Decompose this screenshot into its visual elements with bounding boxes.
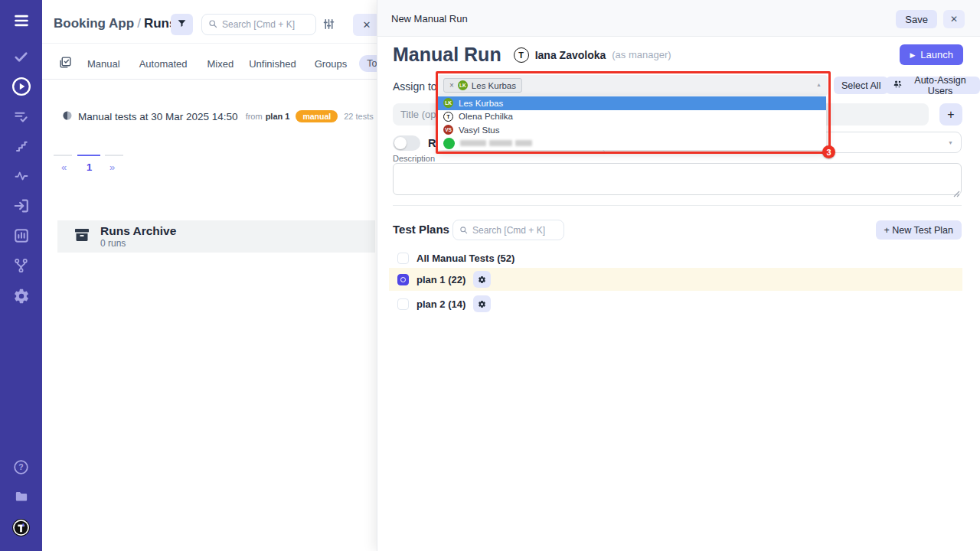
- run-type-badge: manual: [296, 110, 338, 122]
- checkbox-plan1[interactable]: [397, 274, 409, 285]
- plan-row-plan2[interactable]: plan 2 (14): [389, 292, 962, 315]
- dropdown-option-les-kurbas[interactable]: LK Les Kurbas: [437, 96, 826, 110]
- run-toggle[interactable]: [393, 135, 420, 151]
- plan-label[interactable]: plan 1 (22): [416, 274, 466, 285]
- runs-archive[interactable]: Runs Archive 0 runs: [57, 220, 375, 253]
- tab-unfinished[interactable]: Unfinished: [249, 58, 296, 70]
- list-check-icon[interactable]: [0, 109, 42, 124]
- tab-automated[interactable]: Automated: [139, 58, 188, 70]
- launch-button[interactable]: ▶ Launch: [900, 44, 963, 65]
- plan-label[interactable]: plan 2 (14): [416, 298, 466, 310]
- run-plan-link[interactable]: plan 1: [266, 112, 290, 121]
- archive-title: Runs Archive: [100, 224, 176, 237]
- chevron-down-icon: ▼: [948, 140, 953, 145]
- assignee-dropdown: LK Les Kurbas T Olena Pchilka VS Vasyl S…: [437, 96, 826, 150]
- description-label: Description: [393, 154, 435, 163]
- pulse-icon[interactable]: [0, 169, 42, 183]
- save-button[interactable]: Save: [896, 10, 937, 28]
- selected-user-tag[interactable]: × LK Les Kurbas: [443, 78, 522, 93]
- sidebar: ?: [0, 0, 42, 551]
- tab-mixed[interactable]: Mixed: [207, 58, 234, 70]
- add-button[interactable]: +: [939, 103, 962, 126]
- dropdown-option-redacted[interactable]: [437, 137, 826, 151]
- manager-role: (as manager): [612, 49, 671, 60]
- new-test-plan-button[interactable]: + New Test Plan: [876, 220, 962, 240]
- multi-select-icon[interactable]: [59, 56, 72, 72]
- breadcrumb: Booking App/Runs: [54, 16, 176, 31]
- new-manual-run-drawer: New Manual Run Save ✕ Manual Run T Iana …: [377, 0, 980, 551]
- play-circle-icon[interactable]: [0, 77, 42, 96]
- report-icon[interactable]: [0, 227, 42, 244]
- plan1-settings-button[interactable]: [473, 271, 491, 288]
- divider: [42, 79, 377, 80]
- test-plans-heading: Test Plans: [393, 223, 449, 236]
- menu-icon[interactable]: [0, 13, 42, 28]
- resize-grip-icon[interactable]: [953, 187, 960, 201]
- check-icon[interactable]: [0, 50, 42, 64]
- import-icon[interactable]: [0, 197, 42, 214]
- folder-icon[interactable]: [0, 489, 42, 504]
- tab-manual[interactable]: Manual: [87, 58, 120, 70]
- run-list-item[interactable]: Manual tests at 30 Mar 2025 14:50 from p…: [63, 109, 374, 123]
- select-all-button[interactable]: Select All: [834, 77, 888, 94]
- app-logo[interactable]: [0, 518, 42, 537]
- divider: [393, 205, 962, 206]
- pagination-track: [54, 155, 72, 156]
- funnel-icon: [177, 18, 187, 31]
- auto-assign-users-button[interactable]: Auto-Assign Users: [886, 77, 980, 94]
- runs-search-input[interactable]: [222, 19, 309, 30]
- test-plans-search[interactable]: [452, 220, 564, 240]
- archive-box-icon: [73, 226, 91, 247]
- assign-multiselect[interactable]: × LK Les Kurbas ▲: [437, 75, 828, 96]
- search-icon: [459, 223, 468, 237]
- search-icon: [208, 18, 217, 31]
- pagination-track: [105, 155, 123, 156]
- checkbox-all-manual[interactable]: [397, 253, 409, 264]
- play-icon: ▶: [910, 51, 915, 59]
- branch-icon[interactable]: [0, 257, 42, 274]
- runs-panel: Booking App/Runs ✕ Manual Automated Mixe…: [42, 0, 377, 551]
- divider: [42, 43, 377, 44]
- help-icon[interactable]: ?: [0, 459, 42, 475]
- test-plans-search-input[interactable]: [472, 225, 557, 236]
- chevron-up-icon[interactable]: ▲: [816, 82, 822, 87]
- manager-avatar: T: [514, 47, 529, 63]
- avatar: [443, 138, 455, 149]
- run-title: Manual tests at 30 Mar 2025 14:50: [78, 111, 238, 122]
- runs-filter-tabs: Manual Automated Mixed Unfinished Groups…: [42, 54, 410, 73]
- manager-name: Iana Zavoloka: [535, 49, 606, 61]
- pagination-next[interactable]: »: [109, 161, 115, 173]
- run-from-label: from: [246, 112, 263, 121]
- avatar: LK: [458, 80, 468, 90]
- checkbox-plan2[interactable]: [397, 298, 409, 310]
- users-icon: [893, 80, 903, 91]
- archive-count: 0 runs: [100, 238, 176, 249]
- description-textarea[interactable]: [393, 163, 962, 195]
- dropdown-option-olena-pchilka[interactable]: T Olena Pchilka: [437, 110, 826, 124]
- drawer-close-button[interactable]: ✕: [943, 10, 965, 28]
- breadcrumb-project[interactable]: Booking App: [54, 16, 134, 31]
- avatar: T: [443, 112, 453, 122]
- gear-icon[interactable]: [0, 288, 42, 305]
- avatar: LK: [443, 98, 453, 108]
- assign-to-label: Assign to: [393, 80, 437, 93]
- remove-tag-icon[interactable]: ×: [449, 81, 454, 90]
- pagination-active-underline: [77, 155, 100, 156]
- selected-user-name: Les Kurbas: [472, 81, 516, 90]
- run-header: Manual Run T Iana Zavoloka (as manager): [393, 44, 671, 66]
- run-sphere-icon: [63, 109, 72, 123]
- pagination-page-1[interactable]: 1: [87, 161, 92, 173]
- steps-icon[interactable]: [0, 139, 42, 153]
- settings-sliders-icon[interactable]: [322, 18, 335, 34]
- redacted-name: [460, 140, 532, 146]
- plan2-settings-button[interactable]: [473, 295, 491, 312]
- plan-row-all-manual[interactable]: All Manual Tests (52): [389, 246, 962, 269]
- pagination-prev[interactable]: «: [61, 161, 67, 173]
- drawer-topbar: New Manual Run Save ✕: [377, 0, 980, 37]
- filter-button[interactable]: [171, 14, 193, 35]
- plan-label[interactable]: All Manual Tests (52): [416, 253, 514, 264]
- dropdown-option-vasyl-stus[interactable]: VS Vasyl Stus: [437, 123, 826, 137]
- plan-row-plan1[interactable]: plan 1 (22): [389, 268, 962, 291]
- tab-groups[interactable]: Groups: [315, 58, 348, 70]
- runs-search[interactable]: [201, 14, 316, 35]
